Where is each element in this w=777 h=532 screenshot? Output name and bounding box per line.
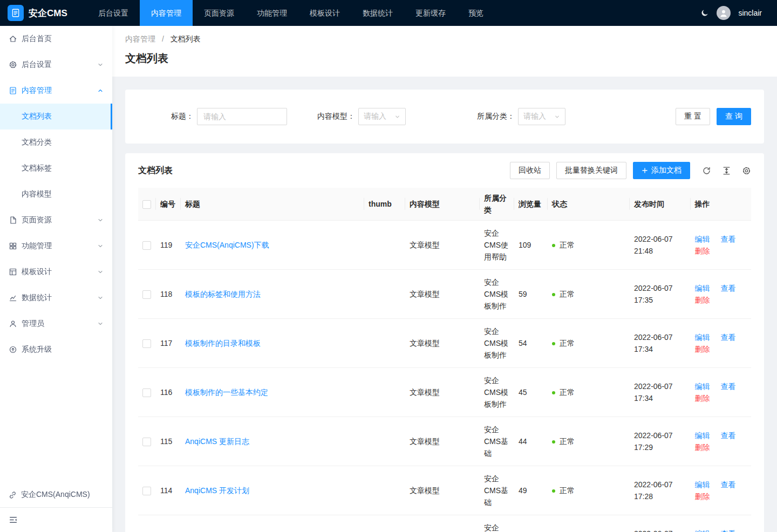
doc-publish-time: 2022-06-07 17:28 <box>630 466 691 515</box>
doc-title-link[interactable]: 模板制作的一些基本约定 <box>185 388 268 397</box>
doc-id: 119 <box>156 221 181 270</box>
edit-link[interactable]: 编辑 <box>695 235 710 243</box>
nav-item-1[interactable]: 后台设置 <box>87 0 140 26</box>
nav-item-8[interactable]: 预览 <box>457 0 495 26</box>
doc-publish-time: 2022-06-07 17:27 <box>630 515 691 532</box>
sidebar-item[interactable]: 页面资源 <box>0 207 112 233</box>
table-tool-icons <box>702 166 751 175</box>
edit-link[interactable]: 编辑 <box>695 333 710 342</box>
sidebar-item[interactable]: 后台首页 <box>0 26 112 52</box>
sidebar-subitem[interactable]: 文档分类 <box>0 129 112 155</box>
row-checkbox[interactable] <box>142 241 151 250</box>
nav-item-7[interactable]: 更新缓存 <box>404 0 457 26</box>
sidebar-subitem[interactable]: 内容模型 <box>0 181 112 207</box>
search-button[interactable]: 查 询 <box>717 108 751 125</box>
main-area: 内容管理 / 文档列表 文档列表 标题： 内容模型： 请输入 所属分类： <box>112 0 777 532</box>
sidebar-item[interactable]: 内容管理 <box>0 78 112 104</box>
view-link[interactable]: 查看 <box>721 235 736 243</box>
doc-title-link[interactable]: 模板制作的目录和模板 <box>185 339 261 347</box>
sidebar-subitem[interactable]: 文档标签 <box>0 155 112 181</box>
delete-link[interactable]: 删除 <box>695 492 710 501</box>
delete-link[interactable]: 删除 <box>695 394 710 403</box>
gear-icon <box>9 60 17 69</box>
chevron-down-icon <box>97 217 104 223</box>
top-nav-menu: 后台设置内容管理页面资源功能管理模板设计数据统计更新缓存预览 <box>87 0 495 26</box>
view-link[interactable]: 查看 <box>721 333 736 342</box>
edit-link[interactable]: 编辑 <box>695 382 710 391</box>
breadcrumb-separator: / <box>162 35 164 43</box>
reset-button[interactable]: 重 置 <box>676 108 710 125</box>
nav-item-5[interactable]: 模板设计 <box>298 0 351 26</box>
moon-icon[interactable] <box>700 9 709 17</box>
doc-title-link[interactable]: AnqiCMS 更新日志 <box>185 437 249 446</box>
doc-category: 安企CMS模板制作 <box>480 270 514 319</box>
content-icon <box>9 86 17 95</box>
doc-views: 54 <box>514 319 548 368</box>
nav-item-6[interactable]: 数据统计 <box>351 0 404 26</box>
column-height-icon[interactable] <box>722 166 731 175</box>
view-link[interactable]: 查看 <box>721 529 736 532</box>
username[interactable]: sinclair <box>738 9 762 17</box>
add-document-button[interactable]: 添加文档 <box>633 162 690 179</box>
table-row-115: 115 AnqiCMS 更新日志 文章模型 安企CMS基础 44 正常 2022… <box>138 417 751 466</box>
column-header-thumb: thumb <box>364 188 405 221</box>
document-table: 编号标题thumb内容模型所属分类浏览量状态发布时间操作 119 安企CMS(A… <box>138 188 751 532</box>
sidebar-footer-link[interactable]: 安企CMS(AnqiCMS) <box>0 482 112 507</box>
doc-title-link[interactable]: 安企CMS(AnqiCMS)下载 <box>185 241 269 249</box>
doc-views: 109 <box>514 221 548 270</box>
model-filter-select[interactable]: 请输入 <box>358 108 406 125</box>
nav-item-2[interactable]: 内容管理 <box>140 0 193 26</box>
row-checkbox[interactable] <box>142 388 151 397</box>
view-link[interactable]: 查看 <box>721 284 736 292</box>
sidebar-item[interactable]: 数据统计 <box>0 285 112 311</box>
breadcrumb-parent[interactable]: 内容管理 <box>125 35 155 43</box>
status-dot <box>552 342 555 345</box>
doc-title-link[interactable]: AnqiCMS 开发计划 <box>185 486 249 495</box>
chevron-up-icon <box>97 87 104 94</box>
edit-link[interactable]: 编辑 <box>695 431 710 440</box>
delete-link[interactable]: 删除 <box>695 443 710 452</box>
settings-icon[interactable] <box>742 166 751 175</box>
title-filter-input[interactable] <box>197 108 287 125</box>
table-row-118: 118 模板的标签和使用方法 文章模型 安企CMS模板制作 59 正常 2022… <box>138 270 751 319</box>
sidebar-item[interactable]: 功能管理 <box>0 233 112 259</box>
batch-replace-button[interactable]: 批量替换关键词 <box>556 162 626 179</box>
doc-status: 正常 <box>548 368 630 417</box>
user-avatar-icon[interactable] <box>717 6 731 20</box>
row-checkbox[interactable] <box>142 290 151 299</box>
nav-item-3[interactable]: 页面资源 <box>193 0 246 26</box>
view-link[interactable]: 查看 <box>721 431 736 440</box>
sidebar-subitem[interactable]: 文档列表 <box>0 104 112 129</box>
model-filter-group: 内容模型： 请输入 <box>317 108 406 125</box>
doc-category: 安企CMS使用帮助 <box>480 221 514 270</box>
menu-collapse-icon[interactable] <box>9 515 18 524</box>
recycle-bin-button[interactable]: 回收站 <box>510 162 550 179</box>
edit-link[interactable]: 编辑 <box>695 529 710 532</box>
edit-link[interactable]: 编辑 <box>695 480 710 489</box>
doc-title-link[interactable]: 模板的标签和使用方法 <box>185 290 261 298</box>
nav-item-4[interactable]: 功能管理 <box>246 0 298 26</box>
edit-link[interactable]: 编辑 <box>695 284 710 292</box>
select-all-checkbox[interactable] <box>142 200 151 209</box>
app-title: 安企CMS <box>29 7 67 19</box>
sidebar-item[interactable]: 后台设置 <box>0 52 112 78</box>
refresh-icon[interactable] <box>702 166 711 175</box>
doc-model: 文章模型 <box>405 270 480 319</box>
delete-link[interactable]: 删除 <box>695 247 710 255</box>
sidebar-item[interactable]: 管理员 <box>0 311 112 337</box>
view-link[interactable]: 查看 <box>721 480 736 489</box>
row-checkbox[interactable] <box>142 438 151 446</box>
view-link[interactable]: 查看 <box>721 382 736 391</box>
sidebar: 后台首页后台设置内容管理文档列表文档分类文档标签内容模型页面资源功能管理模板设计… <box>0 26 112 532</box>
delete-link[interactable]: 删除 <box>695 345 710 353</box>
row-checkbox[interactable] <box>142 487 151 495</box>
page-header: 内容管理 / 文档列表 文档列表 <box>112 26 777 77</box>
sidebar-item[interactable]: 模板设计 <box>0 259 112 285</box>
category-filter-select[interactable]: 请输入 <box>518 108 565 125</box>
delete-link[interactable]: 删除 <box>695 296 710 304</box>
app-logo[interactable]: 安企CMS <box>0 5 87 21</box>
doc-category: 安企CMS模板制作 <box>480 368 514 417</box>
chevron-down-icon <box>394 114 400 120</box>
row-checkbox[interactable] <box>142 339 151 348</box>
sidebar-item[interactable]: 系统升级 <box>0 337 112 363</box>
